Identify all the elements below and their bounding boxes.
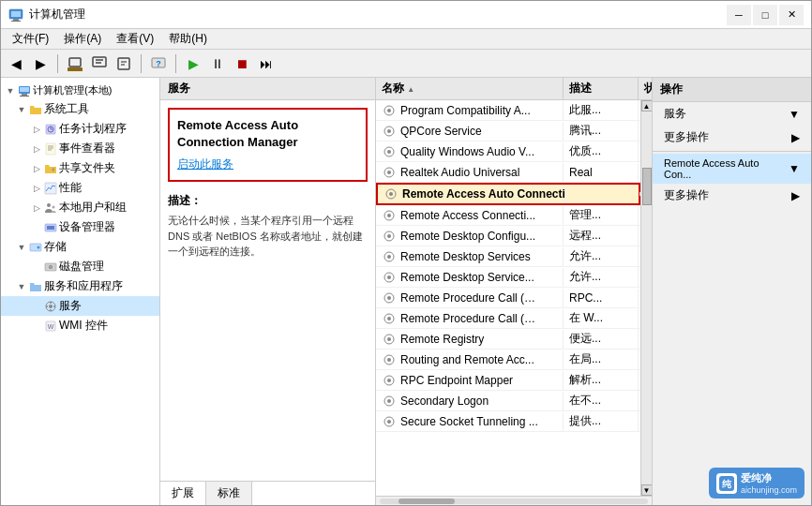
horizontal-scrollbar[interactable] [376, 496, 652, 505]
service-gear-icon [382, 229, 397, 244]
col-header-status[interactable]: 状态 [639, 78, 652, 99]
tree-wmi[interactable]: W WMI 控件 [1, 316, 159, 335]
tree-services[interactable]: 服务 [1, 296, 159, 316]
tree-performance[interactable]: ▷ 性能 [1, 178, 159, 198]
expand-services-icon [31, 301, 42, 312]
svg-point-28 [53, 205, 55, 208]
h-scroll-thumb[interactable] [398, 499, 455, 504]
expand-disk-icon [31, 261, 42, 273]
service-gear-icon [382, 249, 397, 264]
menu-action[interactable]: 操作(A) [56, 29, 109, 49]
tree-task-scheduler[interactable]: ▷ 任务计划程序 [1, 119, 159, 139]
maximize-button[interactable]: □ [753, 5, 777, 25]
close-button[interactable]: ✕ [779, 5, 804, 25]
toolbar-separator-3 [175, 54, 176, 73]
help-button[interactable]: ? [147, 52, 170, 75]
action-more-1[interactable]: 更多操作 ▶ [653, 126, 811, 149]
service-desc-cell: 允许... [564, 267, 639, 287]
disk-icon [44, 260, 57, 274]
table-row[interactable]: Remote Access Connecti... 管理... 正 [376, 205, 640, 226]
table-row[interactable]: Program Compatibility A... 此服... 正 [376, 100, 640, 121]
svg-rect-5 [68, 67, 83, 71]
pause-button[interactable]: ⏸ [206, 52, 229, 75]
event-icon [44, 142, 57, 156]
tree-storage-label: 存储 [44, 239, 67, 255]
tree-disk-management[interactable]: 磁盘管理 [1, 257, 159, 276]
tab-extended[interactable]: 扩展 [160, 482, 206, 505]
tree-system-tools[interactable]: ▼ 系统工具 [1, 99, 159, 119]
tab-standard[interactable]: 标准 [206, 482, 252, 505]
task-icon [44, 123, 57, 136]
service-gear-icon [383, 186, 398, 201]
table-row[interactable]: Secondary Logon 在不... 正 [376, 391, 640, 411]
service-desc-cell: 在不... [564, 391, 639, 410]
action-more-2[interactable]: 更多操作 ▶ [653, 184, 811, 207]
svg-point-75 [387, 420, 391, 424]
table-row[interactable]: QPCore Service 腾讯... 正 [376, 121, 640, 141]
storage-icon [29, 241, 42, 254]
svg-point-73 [387, 399, 391, 403]
table-row[interactable]: Secure Socket Tunneling ... 提供... 正 [376, 411, 640, 432]
properties-button[interactable] [113, 52, 135, 75]
table-row[interactable]: Remote Registry 便远... [376, 329, 640, 350]
table-row[interactable]: Realtek Audio Universal Real 正 [376, 162, 640, 183]
table-row[interactable]: Remote Desktop Configu... 远程... [376, 226, 640, 246]
tree-perf-label: 性能 [59, 180, 82, 196]
up-button[interactable] [64, 52, 86, 75]
svg-rect-22 [46, 143, 55, 155]
service-name-cell: Quality Windows Audio V... [376, 142, 564, 161]
svg-point-51 [387, 171, 391, 174]
table-row[interactable]: Remote Desktop Service... 允许... [376, 267, 640, 288]
svg-point-53 [389, 192, 393, 196]
scroll-up-button[interactable]: ▲ [641, 100, 653, 112]
service-name-cell: Secure Socket Tunneling ... [376, 412, 564, 431]
action-remote-access[interactable]: Remote Access Auto Con... ▼ [653, 154, 811, 184]
svg-rect-30 [47, 226, 54, 230]
watermark-logo-icon: 纯 [718, 475, 735, 492]
menu-help[interactable]: 帮助(H) [161, 29, 215, 49]
table-row[interactable]: Routing and Remote Acc... 在局... [376, 350, 640, 370]
tree-users-label: 本地用户和组 [59, 200, 127, 216]
vertical-scrollbar[interactable]: ▲ ▼ [640, 100, 652, 496]
menu-view[interactable]: 查看(V) [109, 29, 161, 49]
service-name-cell: Program Compatibility A... [376, 101, 564, 120]
stop-button[interactable]: ⏹ [231, 52, 253, 75]
table-row[interactable]: Remote Access Auto Connection Manager [376, 183, 640, 205]
apps-icon [29, 280, 42, 293]
main-content: ▼ 计算机管理(本地) ▼ 系统工具 ▷ [1, 78, 811, 505]
menu-file[interactable]: 文件(F) [5, 29, 56, 49]
tree-device-manager[interactable]: 设备管理器 [1, 217, 159, 237]
scroll-thumb[interactable] [642, 168, 652, 205]
show-hide-button[interactable] [88, 52, 111, 75]
tree-shared-folders[interactable]: ▷ 共享文件夹 [1, 158, 159, 178]
forward-button[interactable]: ▶ [29, 52, 52, 75]
svg-point-55 [387, 214, 391, 217]
play-button[interactable]: ▶ [182, 52, 204, 75]
table-row[interactable]: RPC Endpoint Mapper 解析... 正 [376, 370, 640, 391]
table-row[interactable]: Quality Windows Audio V... 优质... 正 [376, 141, 640, 162]
svg-rect-6 [93, 57, 106, 67]
table-row[interactable]: Remote Procedure Call (… RPC... 正 [376, 288, 640, 308]
action-services[interactable]: 服务 ▼ [653, 102, 811, 126]
tree-storage[interactable]: ▼ 存储 [1, 237, 159, 257]
device-icon [44, 221, 57, 234]
start-service-link[interactable]: 启动此服务 [177, 156, 358, 172]
col-header-desc[interactable]: 描述 [564, 78, 639, 99]
svg-rect-15 [20, 87, 29, 92]
watermark-text: 爱纯净 aichunjing.com [741, 471, 797, 495]
col-header-name[interactable]: 名称 ▲ [376, 78, 564, 99]
table-row[interactable]: Remote Desktop Services 允许... [376, 246, 640, 267]
app-icon [8, 7, 23, 22]
tree-local-users[interactable]: ▷ 本地用户和组 [1, 198, 159, 217]
back-button[interactable]: ◀ [5, 52, 27, 75]
scroll-down-button[interactable]: ▼ [641, 484, 653, 496]
tree-event-viewer[interactable]: ▷ 事件查看器 [1, 139, 159, 158]
service-gear-icon [382, 414, 397, 429]
table-row[interactable]: Remote Procedure Call (… 在 W... 正 [376, 308, 640, 329]
tree-root[interactable]: ▼ 计算机管理(本地) [1, 82, 159, 99]
service-name-cell: Remote Procedure Call (… [376, 309, 564, 328]
minimize-button[interactable]: ─ [727, 5, 751, 25]
restart-button[interactable]: ⏭ [255, 52, 278, 75]
svg-point-59 [387, 255, 391, 259]
tree-services-apps[interactable]: ▼ 服务和应用程序 [1, 276, 159, 296]
